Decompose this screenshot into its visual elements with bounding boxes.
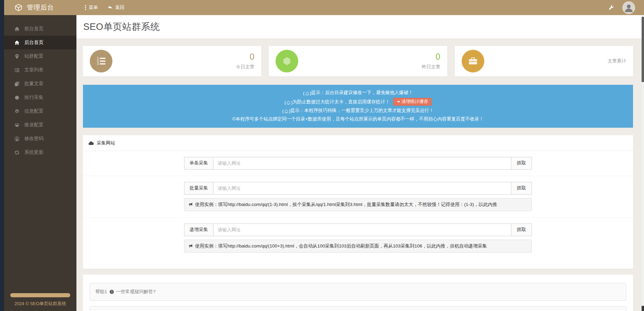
sidebar-item-label: 站群配置 <box>24 53 44 59</box>
cloud-icon <box>88 141 94 145</box>
scrollbar-track[interactable] <box>642 15 644 311</box>
help-panel: 帮助1 ? 一些常规疑问解答? 帮助2 <box>83 275 633 311</box>
sidebar-item-label: 文章列表 <box>24 67 44 73</box>
collect-panel-header: 采集网站 <box>83 135 633 151</box>
home-icon <box>14 40 20 45</box>
sidebar-item-line-collect[interactable]: 按行采集 <box>4 91 76 104</box>
wrench-icon[interactable] <box>608 4 614 11</box>
stat-card-yesterday: 0 昨日文章 <box>269 46 447 77</box>
sidebar-item-site-config[interactable]: 站群配置 <box>4 49 76 63</box>
admin-app: 管理后台 菜单 返回 <box>4 0 644 311</box>
sidebar-item-batch-articles[interactable]: 批量文章 <box>4 77 76 91</box>
back-link[interactable]: 返回 <box>108 4 124 11</box>
collect-label-increment: 递增采集 <box>184 223 213 236</box>
bell-icon <box>282 108 290 115</box>
paw-icon <box>14 123 20 128</box>
stat-card-total: 文章累计 <box>455 46 633 77</box>
user-icon <box>14 136 20 141</box>
sidebar-item-label: 批量文章 <box>24 81 44 87</box>
collect-grab-button-single[interactable]: 抓取 <box>511 157 532 170</box>
help-prefix: 帮助1 <box>95 289 107 295</box>
reply-arrow-icon <box>108 5 113 10</box>
stat-card-today: 1 2 3 0 今日文章 <box>83 46 261 77</box>
question-circle-icon: ? <box>109 289 114 294</box>
menu-label: 菜单 <box>89 4 98 11</box>
sidebar-item-change-password[interactable]: 修改密码 <box>4 132 76 146</box>
avatar[interactable] <box>622 1 635 14</box>
ellipsis-v-icon <box>85 5 86 10</box>
home-icon <box>14 26 20 32</box>
hexagon-icon <box>276 50 298 72</box>
notice-line-3: 提示：本程序技巧特殊，一般需要至少上万的文章才能支撑完美运行！ <box>86 107 630 115</box>
collect-input-increment[interactable] <box>213 223 511 236</box>
bullhorn-icon <box>189 202 193 207</box>
sidebar-item-label: 后台首页 <box>24 39 44 46</box>
stat-label-total: 文章累计 <box>608 58 626 64</box>
page-title: SEO单页站群系统 <box>83 21 160 33</box>
stat-value-today: 0 <box>236 52 254 61</box>
collect-panel: 采集网站 单条采集 抓取 批量采集 <box>83 135 633 269</box>
page-title-bar: SEO单页站群系统 <box>76 15 644 39</box>
collect-panel-title: 采集网站 <box>97 140 115 146</box>
scrollbar-end-arrow[interactable] <box>642 306 644 311</box>
sidebar-footer-bar <box>10 293 70 297</box>
notice-line-1: 提示：后台目录建议修改一下，避免被他人爆破！ <box>86 89 630 97</box>
help-accordion-2[interactable]: 帮助2 ? 给单页模板增加时间和浏览量? <box>90 306 626 311</box>
collect-row-increment: 递增采集 抓取 使用实例：填写http://baidu. <box>83 218 633 259</box>
stat-label-today: 今日文章 <box>236 64 254 70</box>
map-marker-icon <box>14 54 20 59</box>
sidebar-item-system-update[interactable]: 系统更新 <box>4 146 76 159</box>
notice-banner: 提示：后台目录建议修改一下，避免被他人爆破！ 为防止数据过大统计太卡，直接启用缓… <box>83 85 633 128</box>
sidebar-item-label: 系统更新 <box>24 149 44 156</box>
content: 1 2 3 0 今日文章 <box>76 39 644 311</box>
sidebar-item-label: 修改密码 <box>24 136 44 142</box>
sidebar-item-label: 前台首页 <box>24 26 44 32</box>
collect-grab-button-batch[interactable]: 抓取 <box>511 182 532 195</box>
sidebar-item-admin-home[interactable]: 后台首页 <box>4 36 76 49</box>
collect-label-batch: 批量采集 <box>184 182 213 195</box>
collect-hint-batch: 使用实例：填写http://baidu.com/qq/(1-3).html，挨个… <box>184 198 532 211</box>
help-accordion-1[interactable]: 帮助1 ? 一些常规疑问解答? <box>90 283 626 301</box>
bullhorn-icon <box>189 244 193 248</box>
clear-cache-button[interactable]: 清理统计缓存 <box>393 98 432 106</box>
sidebar-item-info-config[interactable]: 信息配置 <box>4 104 76 118</box>
main-area: SEO单页站群系统 1 2 3 <box>76 15 644 311</box>
collect-input-batch[interactable] <box>213 182 511 195</box>
notice-line-4: ©本程序可多个站点绑定同一个目录+数据库使用，且每个站点所展示的单页内容都不一样… <box>86 116 630 123</box>
stat-label-yesterday: 昨日文章 <box>422 64 440 70</box>
scrollbar-thumb[interactable] <box>642 17 644 82</box>
collect-row-single: 单条采集 抓取 <box>83 151 633 176</box>
svg-text:?: ? <box>111 290 112 293</box>
collect-panel-body: 单条采集 抓取 批量采集 抓取 <box>83 151 633 269</box>
arrow-right-icon <box>397 100 400 103</box>
bell-icon <box>303 90 311 97</box>
sidebar-item-label: 推送配置 <box>24 122 44 128</box>
circle-icon <box>14 95 20 100</box>
sidebar-item-front-home[interactable]: 前台首页 <box>4 22 76 36</box>
briefcase-icon <box>462 50 484 72</box>
list-ol-icon: 1 2 3 <box>90 50 112 72</box>
help-text: 一些常规疑问解答? <box>116 289 156 295</box>
sidebar-footer-text: 2024 © SEO单页站群系统 <box>4 301 76 307</box>
sidebar-item-push-config[interactable]: 推送配置 <box>4 118 76 132</box>
gear-icon <box>14 109 20 114</box>
collect-input-single[interactable] <box>213 157 511 170</box>
top-bar: 管理后台 菜单 返回 <box>4 0 644 15</box>
collect-grab-button-increment[interactable]: 抓取 <box>511 223 532 236</box>
refresh-icon <box>14 150 20 155</box>
notice-line-2: 为防止数据过大统计太卡，直接启用缓存统计！清理统计缓存 <box>86 98 630 106</box>
bell-icon <box>284 99 293 106</box>
copy-icon <box>14 81 20 87</box>
stat-cards-row: 1 2 3 0 今日文章 <box>83 46 633 77</box>
sidebar-item-label: 按行采集 <box>24 94 44 101</box>
cube-logo-icon <box>14 3 23 12</box>
brand-link[interactable]: 管理后台 <box>4 3 76 12</box>
svg-text:3: 3 <box>97 62 99 66</box>
brand-title: 管理后台 <box>27 3 54 12</box>
top-links: 菜单 返回 <box>85 4 124 11</box>
menu-toggle[interactable]: 菜单 <box>85 4 98 11</box>
sidebar-item-label: 信息配置 <box>24 108 44 114</box>
back-label: 返回 <box>115 4 124 11</box>
collect-hint-increment: 使用实例：填写http://baidu.com/qq/(100+3).html，… <box>184 240 532 253</box>
sidebar-item-article-list[interactable]: 文章列表 <box>4 63 76 77</box>
